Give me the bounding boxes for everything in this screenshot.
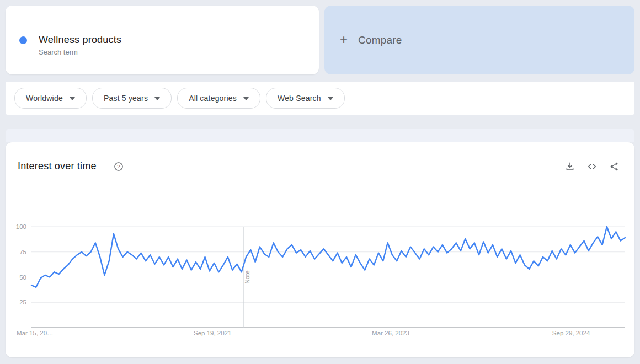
svg-text:100: 100	[16, 223, 26, 230]
time-filter-dropdown[interactable]: Past 5 years	[92, 88, 172, 109]
interest-over-time-chart[interactable]: 100755025NoteMar 15, 20…Sep 19, 2021Mar …	[6, 142, 634, 357]
svg-text:25: 25	[19, 299, 26, 306]
svg-text:Sep 29, 2024: Sep 29, 2024	[552, 330, 590, 336]
search-type-filter-label: Web Search	[278, 94, 321, 103]
term-color-dot-icon	[19, 36, 27, 44]
chevron-down-icon	[328, 97, 333, 100]
geo-filter-dropdown[interactable]: Worldwide	[14, 88, 87, 109]
chevron-down-icon	[154, 97, 160, 100]
category-filter-label: All categories	[189, 94, 237, 103]
compare-button[interactable]: + Compare	[324, 6, 634, 74]
category-filter-dropdown[interactable]: All categories	[177, 88, 260, 109]
svg-text:Mar 15, 20…: Mar 15, 20…	[17, 330, 53, 336]
term-title: Wellness products	[39, 34, 121, 46]
search-term-card[interactable]: Wellness products Search term	[6, 6, 319, 74]
time-filter-label: Past 5 years	[104, 94, 148, 103]
svg-text:50: 50	[19, 274, 26, 281]
svg-text:Mar 26, 2023: Mar 26, 2023	[372, 330, 409, 336]
filter-bar: Worldwide Past 5 years All categories We…	[6, 82, 634, 115]
geo-filter-label: Worldwide	[26, 94, 63, 103]
svg-text:75: 75	[19, 249, 26, 255]
search-type-filter-dropdown[interactable]: Web Search	[266, 88, 345, 109]
widget-strip	[6, 129, 634, 142]
compare-label: Compare	[358, 34, 402, 46]
svg-text:Sep 19, 2021: Sep 19, 2021	[194, 330, 231, 336]
plus-icon: +	[340, 33, 348, 46]
term-type-label: Search term	[39, 48, 78, 56]
chevron-down-icon	[70, 97, 75, 100]
chevron-down-icon	[243, 97, 249, 100]
svg-text:Note: Note	[244, 270, 250, 283]
interest-over-time-panel: Interest over time ? 100755025NoteMar 15…	[6, 142, 634, 357]
